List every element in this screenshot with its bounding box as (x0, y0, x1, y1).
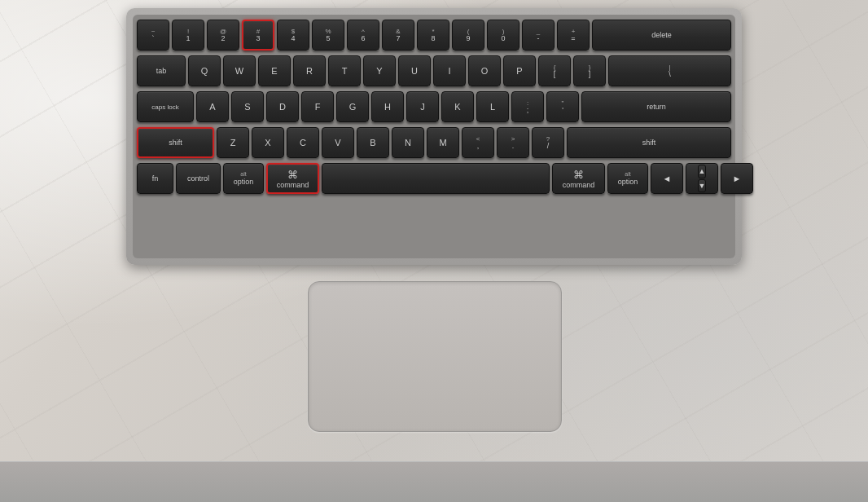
key-i[interactable]: I (433, 55, 466, 86)
key-h[interactable]: H (371, 91, 404, 122)
key-option-left[interactable]: altoption (223, 163, 264, 194)
key-row-bottom: fn control altoption ⌘command ⌘command a… (137, 163, 731, 194)
key-b[interactable]: B (357, 127, 389, 158)
key-row-numbers: ~` !1 @2 #3 $4 %5 ^6 &7 *8 (9 )0 _- += d… (137, 20, 731, 51)
key-9[interactable]: (9 (452, 20, 484, 51)
key-w[interactable]: W (223, 55, 256, 86)
key-4[interactable]: $4 (277, 20, 309, 51)
key-d[interactable]: D (266, 91, 299, 122)
key-e[interactable]: E (258, 55, 291, 86)
key-x[interactable]: X (252, 127, 284, 158)
key-p[interactable]: P (503, 55, 536, 86)
key-slash[interactable]: ?/ (532, 127, 564, 158)
key-shift-right[interactable]: shift (567, 127, 731, 158)
key-control[interactable]: control (176, 163, 221, 194)
key-command-right[interactable]: ⌘command (552, 163, 605, 194)
key-semicolon[interactable]: :; (511, 91, 544, 122)
key-comma[interactable]: <, (462, 127, 494, 158)
key-7[interactable]: &7 (382, 20, 414, 51)
key-arrow-down[interactable]: ▼ (698, 179, 707, 193)
key-s[interactable]: S (231, 91, 264, 122)
key-tab[interactable]: tab (137, 55, 186, 86)
key-arrows-updown: ▲ ▼ (686, 163, 718, 194)
key-m[interactable]: M (427, 127, 459, 158)
key-6[interactable]: ^6 (347, 20, 379, 51)
key-quote[interactable]: "' (546, 91, 579, 122)
keyboard-inner: ~` !1 @2 #3 $4 %5 ^6 &7 *8 (9 )0 _- += d… (133, 15, 735, 258)
key-fn[interactable]: fn (137, 163, 173, 194)
key-1[interactable]: !1 (172, 20, 204, 51)
key-8[interactable]: *8 (417, 20, 449, 51)
key-a[interactable]: A (196, 91, 229, 122)
key-u[interactable]: U (398, 55, 431, 86)
key-delete[interactable]: delete (592, 20, 731, 51)
key-tilde[interactable]: ~` (137, 20, 169, 51)
key-backslash[interactable]: |\ (608, 55, 731, 86)
key-arrow-left[interactable]: ◄ (651, 163, 683, 194)
key-return[interactable]: return (581, 91, 731, 122)
key-o[interactable]: O (468, 55, 501, 86)
key-capslock[interactable]: caps lock (137, 91, 194, 122)
key-f[interactable]: F (301, 91, 334, 122)
key-shift-left[interactable]: shift (137, 127, 214, 158)
key-y[interactable]: Y (363, 55, 396, 86)
key-arrow-up[interactable]: ▲ (698, 165, 707, 178)
key-lbracket[interactable]: {[ (538, 55, 571, 86)
key-r[interactable]: R (293, 55, 326, 86)
key-k[interactable]: K (441, 91, 474, 122)
key-g[interactable]: G (336, 91, 369, 122)
key-rbracket[interactable]: }] (573, 55, 606, 86)
key-z[interactable]: Z (217, 127, 249, 158)
key-q[interactable]: Q (188, 55, 221, 86)
key-j[interactable]: J (406, 91, 439, 122)
key-c[interactable]: C (287, 127, 319, 158)
key-v[interactable]: V (322, 127, 354, 158)
key-arrow-right[interactable]: ► (721, 163, 753, 194)
key-command-left[interactable]: ⌘command (266, 163, 319, 194)
key-period[interactable]: >. (497, 127, 529, 158)
key-spacebar[interactable] (322, 163, 550, 194)
key-0[interactable]: )0 (487, 20, 519, 51)
key-option-right[interactable]: altoption (607, 163, 648, 194)
key-5[interactable]: %5 (312, 20, 344, 51)
key-3[interactable]: #3 (242, 20, 274, 51)
key-row-qwerty: tab Q W E R T Y U I O P {[ }] |\ (137, 55, 731, 86)
key-l[interactable]: L (476, 91, 509, 122)
key-n[interactable]: N (392, 127, 424, 158)
key-minus[interactable]: _- (522, 20, 555, 51)
key-2[interactable]: @2 (207, 20, 239, 51)
bottom-bezel (0, 461, 868, 502)
keyboard-area: ~` !1 @2 #3 $4 %5 ^6 &7 *8 (9 )0 _- += d… (126, 8, 742, 265)
key-equals[interactable]: += (557, 20, 590, 51)
key-row-asdf: caps lock A S D F G H J K L :; "' return (137, 91, 731, 122)
key-t[interactable]: T (328, 55, 361, 86)
key-row-zxcv: shift Z X C V B N M <, >. ?/ shift (137, 127, 731, 158)
trackpad[interactable] (308, 281, 562, 432)
